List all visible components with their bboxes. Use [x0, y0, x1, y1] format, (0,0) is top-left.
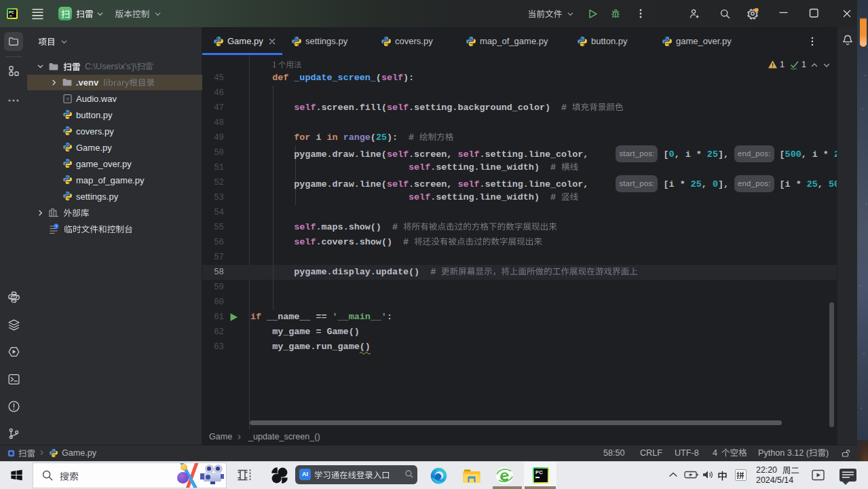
svg-text:?: ?	[66, 96, 69, 103]
